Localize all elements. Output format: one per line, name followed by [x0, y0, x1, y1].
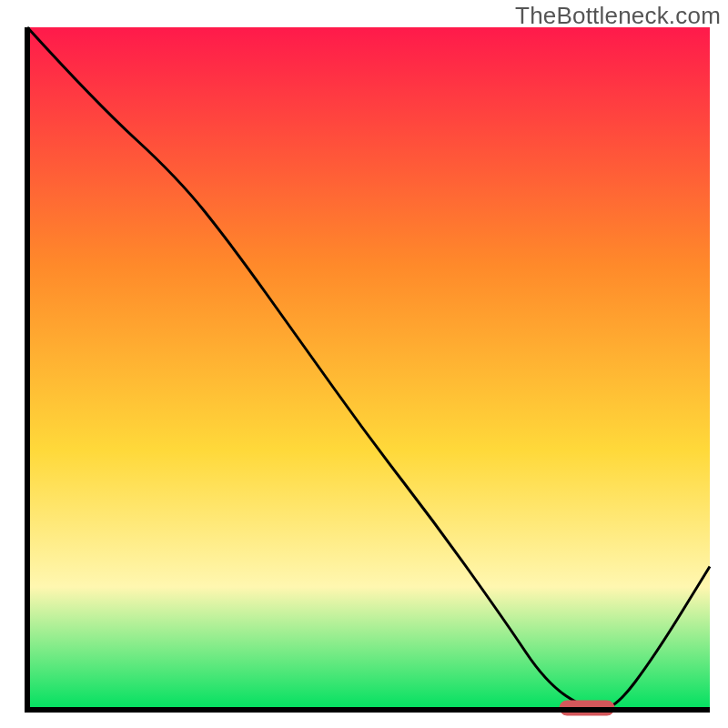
bottleneck-chart — [0, 0, 728, 728]
chart-container: { "watermark": "TheBottleneck.com", "col… — [0, 0, 728, 728]
plot-background — [27, 27, 710, 710]
